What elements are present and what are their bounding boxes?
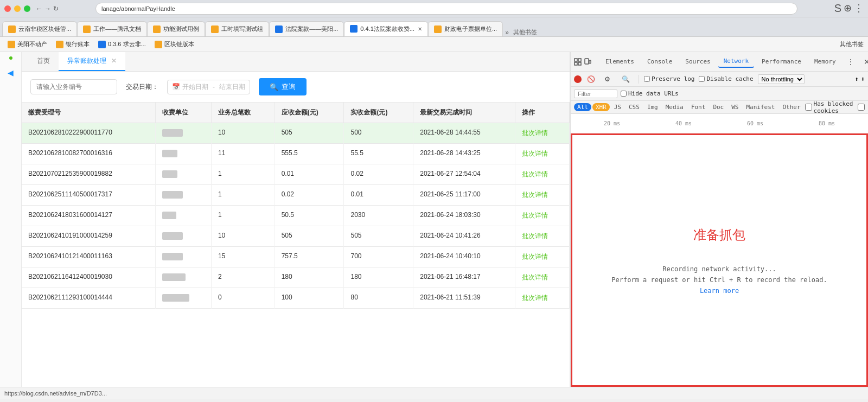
devtools-more-icon[interactable]: ⋮ — [844, 55, 858, 69]
batch-detail-link[interactable]: 批次详情 — [522, 232, 548, 240]
type-manifest[interactable]: Manifest — [743, 103, 778, 111]
search-network-icon[interactable]: 🔍 — [618, 72, 633, 86]
other-bookmarks[interactable]: 其他书签 — [840, 40, 864, 48]
devtools-device-icon[interactable] — [584, 55, 591, 69]
record-button[interactable] — [574, 75, 582, 83]
cell-count: 15 — [211, 247, 275, 267]
type-other[interactable]: Other — [779, 103, 803, 111]
page-tab-home[interactable]: 首页 — [28, 52, 59, 71]
tab-2[interactable]: 工作——腾讯文档 — [77, 21, 147, 36]
dt-tab-elements[interactable]: Elements — [600, 56, 640, 67]
batch-detail-link[interactable]: 批次详情 — [522, 253, 548, 260]
type-img[interactable]: Img — [644, 103, 661, 111]
batch-detail-link[interactable]: 批次详情 — [522, 150, 548, 157]
bookmark-2[interactable]: 银行账本 — [53, 39, 93, 49]
cell-id: B2021070212535900019882 — [22, 164, 155, 185]
table-row: B2021062116412400019030动 己中21801802021-0… — [22, 267, 570, 288]
cell-receivable: 505 — [275, 123, 344, 144]
export-icon[interactable]: ⬇ — [861, 75, 865, 83]
cell-action[interactable]: 批次详情 — [515, 144, 569, 164]
cell-id: B2021062511140500017317 — [22, 185, 155, 206]
throttle-select[interactable]: No throttling — [758, 74, 805, 84]
cell-actual: 505 — [344, 226, 413, 247]
filter-input[interactable] — [574, 90, 617, 98]
type-css[interactable]: CSS — [626, 103, 643, 111]
date-range-picker[interactable]: 📅 开始日期 - 结束日期 — [167, 80, 250, 94]
hide-data-urls-checkbox[interactable] — [621, 91, 627, 97]
disable-cache-label: Disable cache — [706, 75, 753, 82]
page-tab-abnormal[interactable]: 异常账款处理 ✕ — [59, 52, 125, 71]
dt-tab-network[interactable]: Network — [718, 55, 754, 68]
tab-3[interactable]: 功能测试用例 — [147, 21, 205, 36]
devtools-inspect-icon[interactable] — [574, 55, 582, 69]
tab-4[interactable]: 工时填写测试组 — [205, 21, 269, 36]
cell-action[interactable]: 批次详情 — [515, 185, 569, 206]
preserve-log-toggle[interactable]: Preserve log — [644, 75, 694, 82]
table-row: B2021070212535900019882登记10.010.022021-0… — [22, 164, 570, 185]
dt-tab-performance[interactable]: Performance — [756, 56, 807, 67]
cell-unit: 登记 — [155, 164, 211, 185]
type-doc[interactable]: Doc — [710, 103, 727, 111]
batch-detail-link[interactable]: 批次详情 — [522, 273, 548, 281]
clear-button[interactable]: 🚫 — [586, 74, 596, 84]
batch-detail-link[interactable]: 批次详情 — [522, 212, 548, 219]
query-button[interactable]: 🔍 查询 — [259, 78, 307, 95]
tab-6-active[interactable]: 0.4.1法院案款收费... ✕ — [344, 21, 428, 36]
col-header-receivable: 应收金额(元) — [275, 103, 344, 123]
batch-detail-link[interactable]: 批次详情 — [522, 191, 548, 199]
page-tab-close-icon[interactable]: ✕ — [111, 57, 117, 65]
bookmark-3[interactable]: 0.3.6 求云非... — [95, 39, 149, 49]
disable-cache-checkbox[interactable] — [699, 76, 705, 82]
type-xhr[interactable]: XHR — [592, 103, 610, 111]
cell-action[interactable]: 批次详情 — [515, 288, 569, 309]
cell-actual: 2030 — [344, 206, 413, 226]
batch-detail-link[interactable]: 批次详情 — [522, 170, 548, 178]
cell-time: 2021-06-21 16:48:17 — [413, 267, 515, 288]
url-bar[interactable]: lanage/abnormalPayHandle — [95, 3, 797, 15]
svg-rect-1 — [578, 59, 581, 61]
cell-action[interactable]: 批次详情 — [515, 206, 569, 226]
search-bar: 交易日期： 📅 开始日期 - 结束日期 🔍 查询 — [22, 72, 570, 103]
type-all[interactable]: All — [574, 103, 591, 111]
business-number-input[interactable] — [30, 79, 117, 94]
import-icon[interactable]: ⬆ — [855, 75, 859, 83]
cell-action[interactable]: 批次详情 — [515, 226, 569, 247]
cell-action[interactable]: 批次详情 — [515, 267, 569, 288]
tab-7[interactable]: 财政电子票据单位... — [428, 21, 503, 36]
devtools-close-icon[interactable]: ✕ — [860, 55, 868, 69]
cell-count: 11 — [211, 144, 275, 164]
left-sidebar: ◀ — [0, 52, 22, 387]
type-media[interactable]: Media — [662, 103, 687, 111]
browser-tabs: 云南非税区块链管... 工作——腾讯文档 功能测试用例 工时填写测试组 法院案款… — [0, 17, 868, 37]
dt-tab-memory[interactable]: Memory — [809, 56, 841, 67]
dt-tab-console[interactable]: Console — [642, 56, 678, 67]
table-row: B2021062410191000014259沪 3中105055052021-… — [22, 226, 570, 247]
batch-detail-link[interactable]: 批次详情 — [522, 294, 548, 302]
disable-cache-toggle[interactable]: Disable cache — [699, 75, 753, 82]
type-font[interactable]: Font — [688, 103, 709, 111]
blocked-cookies-checkbox[interactable] — [805, 104, 812, 111]
bookmark-4[interactable]: 区块链版本 — [151, 39, 197, 49]
filter-icon[interactable]: ⚙ — [600, 72, 614, 86]
cell-unit: 市? 登记 — [155, 288, 211, 309]
cell-time: 2021-06-24 10:41:26 — [413, 226, 515, 247]
learn-more-link[interactable]: Learn more — [700, 287, 739, 295]
hide-data-urls-toggle[interactable]: Hide data URLs — [621, 90, 679, 97]
cell-action[interactable]: 批次详情 — [515, 247, 569, 267]
bookmark-1[interactable]: 美阳不动产 — [4, 39, 50, 49]
cell-action[interactable]: 批次详情 — [515, 164, 569, 185]
filter-bar: Hide data URLs — [571, 87, 868, 101]
cell-action[interactable]: 批次详情 — [515, 123, 569, 144]
blocked-cookies-toggle[interactable]: Has blocked cookies — [805, 101, 854, 114]
tab-1[interactable]: 云南非税区块链管... — [2, 21, 77, 36]
batch-detail-link[interactable]: 批次详情 — [522, 129, 548, 137]
tab-5[interactable]: 法院案款——美阳... — [269, 21, 344, 36]
devtools-content: 准备抓包 Recording network activity... Perfo… — [571, 133, 868, 387]
bookmarks-bar: 美阳不动产 银行账本 0.3.6 求云非... 区块链版本 其他书签 — [0, 37, 868, 52]
dt-tab-sources[interactable]: Sources — [680, 56, 716, 67]
preserve-log-checkbox[interactable] — [644, 76, 650, 82]
type-ws[interactable]: WS — [728, 103, 742, 111]
extra-checkbox[interactable] — [858, 104, 865, 111]
type-js[interactable]: JS — [611, 103, 624, 111]
cell-unit: 登记 — [155, 144, 211, 164]
